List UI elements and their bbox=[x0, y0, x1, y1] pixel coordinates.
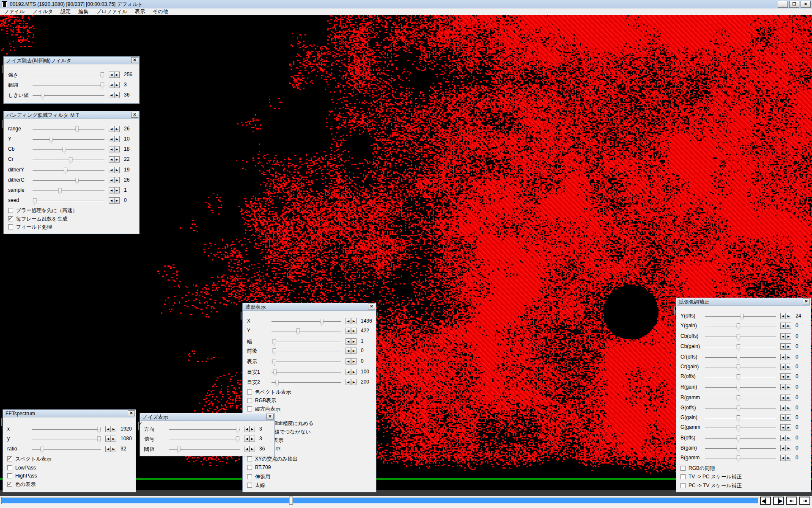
step-forward-button[interactable]: ▕▶ bbox=[773, 497, 784, 505]
checkbox[interactable] bbox=[247, 474, 252, 479]
slider-increment-button[interactable]: ▶ bbox=[786, 323, 791, 329]
slider-thumb[interactable] bbox=[272, 339, 276, 346]
slider-track[interactable] bbox=[705, 357, 776, 358]
slider-thumb[interactable] bbox=[320, 319, 324, 326]
slider-track[interactable] bbox=[33, 95, 104, 96]
slider-decrement-button[interactable]: ◀ bbox=[109, 177, 114, 183]
slider-thumb[interactable] bbox=[41, 93, 44, 99]
slider-decrement-button[interactable]: ◀ bbox=[346, 369, 351, 375]
slider-decrement-button[interactable]: ◀ bbox=[780, 323, 786, 329]
slider-thumb[interactable] bbox=[64, 168, 68, 174]
slider-increment-button[interactable]: ▶ bbox=[786, 333, 791, 340]
slider-track[interactable] bbox=[705, 438, 776, 439]
checkbox[interactable] bbox=[247, 406, 252, 411]
slider-thumb[interactable] bbox=[40, 447, 44, 453]
dialog-titlebar[interactable]: 拡張色調補正 bbox=[677, 298, 810, 306]
filter-enable-checkbox[interactable] bbox=[1, 418, 2, 426]
slider-decrement-button[interactable]: ◀ bbox=[109, 146, 114, 152]
slider-thumb[interactable] bbox=[272, 359, 276, 366]
slider-track[interactable] bbox=[33, 201, 104, 202]
slider-decrement-button[interactable]: ◀ bbox=[780, 354, 786, 360]
slider-thumb[interactable] bbox=[275, 380, 279, 387]
slider-thumb[interactable] bbox=[736, 334, 740, 341]
slider-increment-button[interactable]: ▶ bbox=[786, 354, 791, 360]
slider-increment-button[interactable]: ▶ bbox=[111, 436, 116, 442]
slider-track[interactable] bbox=[272, 362, 341, 362]
slider-increment-button[interactable]: ▶ bbox=[114, 146, 120, 152]
checkbox[interactable] bbox=[247, 398, 252, 403]
menu-item-2[interactable]: フィルタ bbox=[28, 8, 57, 15]
slider-decrement-button[interactable]: ◀ bbox=[109, 126, 114, 132]
slider-decrement-button[interactable]: ◀ bbox=[780, 445, 786, 451]
slider-thumb[interactable] bbox=[736, 344, 740, 351]
dialog-titlebar[interactable]: FFTspectrum bbox=[3, 410, 135, 417]
slider-decrement-button[interactable]: ◀ bbox=[346, 328, 351, 334]
slider-decrement-button[interactable]: ◀ bbox=[244, 436, 250, 442]
slider-thumb[interactable] bbox=[736, 355, 740, 362]
slider-decrement-button[interactable]: ◀ bbox=[109, 167, 114, 173]
menu-item-7[interactable]: その他 bbox=[149, 8, 172, 15]
dialog-close-button[interactable]: ✕ bbox=[803, 298, 810, 304]
slider-increment-button[interactable]: ▶ bbox=[351, 358, 357, 364]
slider-increment-button[interactable]: ▶ bbox=[351, 328, 357, 334]
slider-increment-button[interactable]: ▶ bbox=[114, 126, 120, 132]
slider-thumb[interactable] bbox=[236, 436, 239, 443]
slider-increment-button[interactable]: ▶ bbox=[786, 424, 791, 431]
slider-increment-button[interactable]: ▶ bbox=[786, 364, 791, 370]
slider-increment-button[interactable]: ▶ bbox=[786, 343, 791, 350]
slider-increment-button[interactable]: ▶ bbox=[111, 426, 116, 432]
slider-decrement-button[interactable]: ◀ bbox=[780, 455, 786, 461]
slider-thumb[interactable] bbox=[236, 427, 239, 433]
slider-thumb[interactable] bbox=[75, 127, 79, 133]
slider-increment-button[interactable]: ▶ bbox=[786, 435, 791, 441]
slider-decrement-button[interactable]: ◀ bbox=[780, 395, 786, 401]
slider-thumb[interactable] bbox=[273, 370, 277, 376]
slider-decrement-button[interactable]: ◀ bbox=[105, 436, 111, 442]
jump-start-button[interactable]: ⇤ bbox=[786, 497, 797, 505]
slider-track[interactable] bbox=[33, 170, 104, 171]
slider-decrement-button[interactable]: ◀ bbox=[109, 197, 114, 204]
slider-decrement-button[interactable]: ◀ bbox=[109, 72, 114, 78]
slider-increment-button[interactable]: ▶ bbox=[114, 82, 120, 88]
slider-increment-button[interactable]: ▶ bbox=[351, 318, 357, 324]
checkbox[interactable] bbox=[7, 482, 12, 487]
slider-decrement-button[interactable]: ◀ bbox=[780, 384, 786, 390]
slider-track[interactable] bbox=[272, 331, 341, 332]
slider-thumb[interactable] bbox=[97, 436, 101, 443]
slider-track[interactable] bbox=[705, 418, 776, 419]
menu-item-1[interactable]: ファイル bbox=[0, 8, 28, 15]
checkbox[interactable] bbox=[8, 224, 13, 229]
checkbox[interactable] bbox=[7, 456, 12, 461]
filter-enable-checkbox[interactable] bbox=[138, 422, 139, 430]
slider-increment-button[interactable]: ▶ bbox=[351, 379, 357, 385]
restore-button[interactable]: ❐ bbox=[789, 1, 799, 8]
slider-track[interactable] bbox=[705, 326, 776, 327]
slider-decrement-button[interactable]: ◀ bbox=[346, 318, 351, 324]
slider-thumb[interactable] bbox=[58, 188, 62, 195]
slider-track[interactable] bbox=[705, 458, 776, 459]
slider-thumb[interactable] bbox=[736, 456, 740, 462]
checkbox[interactable] bbox=[680, 483, 686, 488]
slider-decrement-button[interactable]: ◀ bbox=[780, 435, 786, 441]
slider-thumb[interactable] bbox=[62, 147, 66, 154]
slider-increment-button[interactable]: ▶ bbox=[114, 156, 120, 163]
slider-track[interactable] bbox=[272, 351, 341, 352]
slider-decrement-button[interactable]: ◀ bbox=[244, 426, 250, 432]
slider-thumb[interactable] bbox=[736, 406, 740, 412]
dialog-close-button[interactable]: ✕ bbox=[266, 414, 274, 420]
slider-increment-button[interactable]: ▶ bbox=[786, 373, 791, 380]
slider-increment-button[interactable]: ▶ bbox=[114, 187, 120, 193]
dialog-titlebar[interactable]: ノイズ表示 bbox=[140, 414, 274, 421]
slider-track[interactable] bbox=[32, 429, 101, 430]
slider-track[interactable] bbox=[32, 439, 101, 440]
minimize-button[interactable]: _ bbox=[778, 1, 788, 8]
slider-thumb[interactable] bbox=[736, 374, 740, 381]
slider-decrement-button[interactable]: ◀ bbox=[109, 156, 114, 163]
slider-track[interactable] bbox=[272, 342, 341, 342]
slider-decrement-button[interactable]: ◀ bbox=[780, 424, 786, 431]
checkbox[interactable] bbox=[7, 473, 12, 478]
slider-track[interactable] bbox=[32, 449, 101, 450]
slider-thumb[interactable] bbox=[69, 157, 73, 164]
dialog-titlebar[interactable]: バンディング低減フィルタ ＭＴ bbox=[4, 112, 139, 119]
checkbox[interactable] bbox=[680, 466, 686, 471]
